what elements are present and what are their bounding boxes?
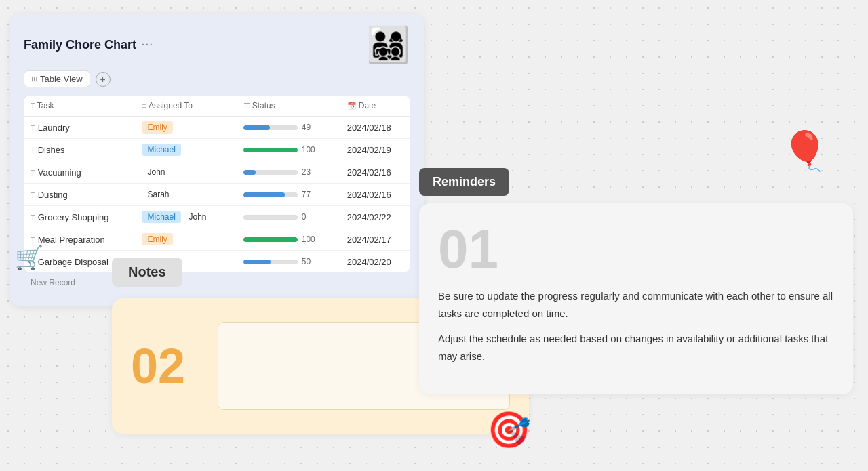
table-row: TDishesMichael 100 2024/02/19 <box>24 139 410 161</box>
assigned-cell: Michael John <box>135 206 236 228</box>
progress-number: 50 <box>302 257 315 266</box>
progress-number: 23 <box>302 167 315 177</box>
task-type-icon: T <box>31 146 35 155</box>
reminders-text2: Adjust the schedule as needed based on c… <box>438 330 834 365</box>
progress-number: 100 <box>302 145 315 155</box>
new-record-label: New Record <box>31 278 75 287</box>
status-cell: 49 <box>237 117 340 139</box>
chore-title-text: Family Chore Chart <box>24 38 136 52</box>
progress-bar-fill <box>243 170 256 175</box>
view-tabs: ⊞ Table View + <box>24 70 410 87</box>
task-type-icon: T <box>31 124 35 132</box>
table-row: TGarbage DisposalSarah 50 2024/02/20 <box>24 251 410 273</box>
notes-label-text: Notes <box>128 264 166 279</box>
progress-bar-fill <box>243 125 270 130</box>
task-type-icon: T <box>31 213 35 222</box>
task-cell: TVacuuming <box>24 161 135 184</box>
cart-icon: 🛒 <box>15 244 43 271</box>
reminders-label: Reminders <box>419 168 509 196</box>
progress-number: 0 <box>302 212 315 222</box>
date-cell: 2024/02/18 <box>340 117 410 139</box>
assignee-badge: Emily <box>142 121 172 134</box>
date-cell: 2024/02/16 <box>340 184 410 206</box>
task-cell: TGrocery Shopping <box>24 206 135 228</box>
reminders-number: 01 <box>438 222 834 277</box>
table-row: TGrocery ShoppingMichael John 0 2024/02/… <box>24 206 410 228</box>
progress-bar-fill <box>243 260 271 264</box>
progress-bar-wrap: 77 <box>243 190 334 199</box>
progress-bar-fill <box>243 237 298 242</box>
reminders-card: 01 Be sure to update the progress regula… <box>419 203 853 394</box>
task-type-icon: T <box>31 169 35 177</box>
date-cell: 2024/02/17 <box>340 228 410 251</box>
progress-number: 49 <box>302 123 315 132</box>
date-cell: 2024/02/20 <box>340 251 410 273</box>
assigned-cell: Emily <box>135 228 236 251</box>
task-cell: TLaundry <box>24 117 135 139</box>
assigned-cell: Michael <box>135 139 236 161</box>
col-date: 📅Date <box>340 96 410 117</box>
progress-bar-wrap: 49 <box>243 123 334 132</box>
task-type-icon: T <box>31 191 35 199</box>
chore-header: Family Chore Chart ··· 👨‍👩‍👧‍👦 <box>24 27 410 62</box>
progress-number: 100 <box>302 234 315 244</box>
date-cell: 2024/02/22 <box>340 206 410 228</box>
progress-bar-bg <box>243 170 298 175</box>
family-emoji: 👨‍👩‍👧‍👦 <box>366 27 410 62</box>
table-view-tab[interactable]: ⊞ Table View <box>24 70 90 87</box>
assignee-badge: Michael <box>142 144 180 156</box>
assigned-cell: John <box>135 161 236 184</box>
new-record-button[interactable]: New Record <box>24 272 410 293</box>
balloon-icon: 🎈 <box>781 129 829 173</box>
chore-chart-card: Family Chore Chart ··· 👨‍👩‍👧‍👦 ⊞ Table V… <box>10 14 424 306</box>
chore-table: TTask ≡Assigned To ☰Status 📅Date TLaundr… <box>24 96 410 272</box>
assignee-badge: Sarah <box>142 188 174 201</box>
progress-number: 77 <box>302 190 315 199</box>
status-cell: 23 <box>237 161 340 184</box>
chore-title: Family Chore Chart ··· <box>24 38 154 52</box>
task-cell: TDusting <box>24 184 135 206</box>
table-row: TDustingSarah 77 2024/02/16 <box>24 184 410 206</box>
assignee-badge: John <box>183 211 212 223</box>
add-view-button[interactable]: + <box>96 72 111 87</box>
progress-bar-wrap: 100 <box>243 234 334 244</box>
status-cell: 0 <box>237 206 340 228</box>
col-assigned: ≡Assigned To <box>135 96 236 117</box>
assignee-badge: Emily <box>142 233 172 245</box>
progress-bar-wrap: 23 <box>243 167 334 177</box>
assigned-cell: Emily <box>135 117 236 139</box>
progress-bar-wrap: 0 <box>243 212 334 222</box>
status-cell: 77 <box>237 184 340 206</box>
reminders-text1: Be sure to update the progress regularly… <box>438 287 834 322</box>
assignee-badge: Michael <box>142 211 180 223</box>
notes-number: 02 <box>131 338 199 394</box>
col-status: ☰Status <box>237 96 340 117</box>
chore-title-dots: ··· <box>142 39 154 50</box>
progress-bar-wrap: 50 <box>243 257 334 266</box>
progress-bar-fill <box>243 148 298 152</box>
progress-bar-bg <box>243 237 298 242</box>
assigned-cell: Sarah <box>135 184 236 206</box>
date-cell: 2024/02/19 <box>340 139 410 161</box>
progress-bar-bg <box>243 260 298 264</box>
table-row: TLaundryEmily 49 2024/02/18 <box>24 117 410 139</box>
reminders-label-text: Reminders <box>433 175 496 188</box>
progress-bar-fill <box>243 192 285 197</box>
status-cell: 100 <box>237 139 340 161</box>
table-view-label: Table View <box>40 74 83 84</box>
date-cell: 2024/02/16 <box>340 161 410 184</box>
status-cell: 100 <box>237 228 340 251</box>
col-task: TTask <box>24 96 135 117</box>
progress-bar-wrap: 100 <box>243 145 334 155</box>
assignee-badge: John <box>142 166 170 178</box>
status-cell: 50 <box>237 251 340 273</box>
target-icon: 🎯 <box>487 409 531 451</box>
table-icon: ⊞ <box>31 75 37 83</box>
progress-bar-bg <box>243 125 298 130</box>
progress-bar-bg <box>243 148 298 152</box>
task-cell: TDishes <box>24 139 135 161</box>
table-row: TVacuumingJohn 23 2024/02/16 <box>24 161 410 184</box>
progress-bar-bg <box>243 215 298 220</box>
table-row: TMeal PreparationEmily 100 2024/02/17 <box>24 228 410 251</box>
progress-bar-bg <box>243 192 298 197</box>
